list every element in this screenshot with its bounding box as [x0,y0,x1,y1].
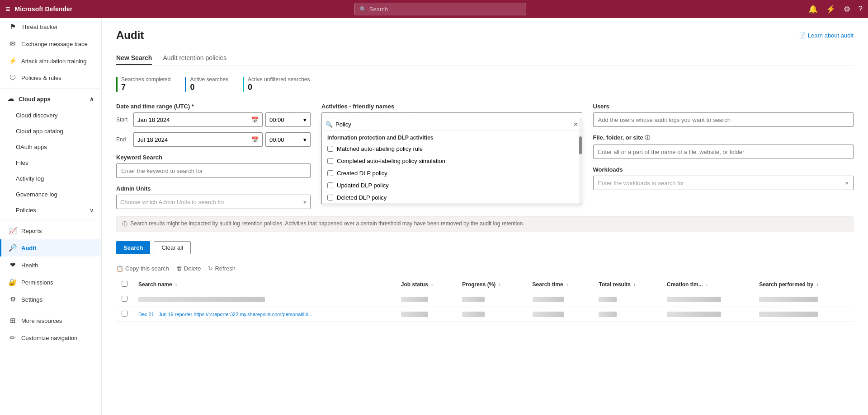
apps-icon[interactable]: ⚡ [826,5,835,14]
sidebar-item-attack-simulation[interactable]: ⚡ Attack simulation training [0,52,101,70]
clear-all-button[interactable]: Clear all [154,241,191,254]
date-range-label: Date and time range (UTC) * [116,103,311,110]
row1-checkbox[interactable] [122,296,127,302]
copy-search-button[interactable]: 📋 Copy this search [116,265,169,272]
row2-creation-time [661,307,754,322]
sidebar-item-policies-rules[interactable]: 🛡 Policies & rules [0,70,101,86]
settings-icon[interactable]: ⚙ [844,5,850,14]
info-bar-text: Search results might be impacted by audi… [130,220,524,227]
sidebar-item-settings[interactable]: ⚙ Settings [0,291,101,308]
sidebar-item-cloud-apps[interactable]: ☁ Cloud apps ∧ [0,90,101,107]
table-header-search-name[interactable]: Search name ↕ [133,277,396,292]
info-bar-icon: ⓘ [122,220,127,228]
admin-units-select[interactable]: Choose which Admin Units to search for ▾ [116,195,311,209]
end-time-picker[interactable]: 00:00 ▾ [265,132,311,147]
admin-units-chevron-icon: ▾ [303,199,307,205]
activity-checkbox-deleted-dlp[interactable] [327,195,333,201]
row1-creation-time [661,292,754,307]
sidebar-item-cloud-app-catalog[interactable]: Cloud app catalog [0,123,101,139]
refresh-button[interactable]: ↻ Refresh [208,265,236,272]
row1-time-blur [533,297,564,302]
workloads-group: Workloads Enter the workloads to search … [593,166,854,190]
file-folder-input[interactable] [593,145,854,159]
table-header-search-time[interactable]: Search time ↕ [527,277,594,292]
file-folder-label: File, folder, or site ⓘ [593,134,854,142]
row1-progress [457,292,527,307]
sidebar-item-activity-log[interactable]: Activity log [0,171,101,187]
start-time-picker[interactable]: 00:00 ▾ [265,112,311,127]
table-header-creation-time[interactable]: Creation tim... ↓ [661,277,754,292]
search-button[interactable]: Search [116,241,150,254]
sidebar-item-files[interactable]: Files [0,155,101,171]
policies-rules-icon: 🛡 [9,74,17,82]
sidebar-item-reports[interactable]: 📈 Reports [0,222,101,239]
file-folder-info-icon[interactable]: ⓘ [645,135,650,141]
activity-checkbox-updated-dlp[interactable] [327,182,333,188]
sidebar-item-exchange-message-trace[interactable]: ✉ Exchange message trace [0,35,101,52]
row2-creation-blur [667,312,721,317]
progress-sort-icon: ↕ [499,282,501,287]
row1-job-status [396,292,457,307]
row2-select[interactable] [116,307,133,322]
row2-results-blur [599,312,617,317]
sidebar-item-governance-log[interactable]: Governance log [0,187,101,202]
sidebar: ⚑ Threat tracker ✉ Exchange message trac… [0,18,102,415]
help-icon[interactable]: ? [859,5,863,14]
activity-checkbox-matched-auto-labeling[interactable] [327,146,333,152]
end-label: End [116,136,131,143]
global-search-bar[interactable]: 🔍 Search [354,3,526,15]
activity-item-updated-dlp[interactable]: Updated DLP policy [322,179,582,191]
end-time-chevron-icon: ▾ [303,136,307,143]
workloads-chevron-icon: ▾ [845,180,849,187]
sidebar-item-policies[interactable]: Policies ∨ [0,202,101,218]
sidebar-label-policies-rules: Policies & rules [21,75,61,81]
sidebar-label-cloud-discovery: Cloud discovery [16,112,58,119]
delete-button[interactable]: 🗑 Delete [176,265,201,272]
activity-item-created-dlp[interactable]: Created DLP policy [322,167,582,179]
activity-checkbox-created-dlp[interactable] [327,170,333,176]
start-time-value: 00:00 [269,117,284,123]
end-calendar-icon: 📅 [251,136,259,143]
row1-select[interactable] [116,292,133,307]
sidebar-item-customize-navigation[interactable]: ✏ Customize navigation [0,329,101,346]
row2-checkbox[interactable] [122,311,127,317]
sidebar-item-health[interactable]: ❤ Health [0,256,101,274]
hamburger-menu[interactable]: ≡ [5,5,10,14]
activity-checkbox-completed-auto-labeling[interactable] [327,158,333,164]
row2-performed-blur [759,312,818,317]
users-input[interactable] [593,112,854,127]
clear-search-icon[interactable]: ✕ [573,121,578,128]
sidebar-item-permissions[interactable]: 🔐 Permissions [0,274,101,291]
activity-item-completed-auto-labeling[interactable]: Completed auto-labeling policy simulatio… [322,155,582,167]
stat-value-unfiltered: 0 [248,83,310,92]
tab-new-search[interactable]: New Search [116,51,152,65]
tab-audit-retention-policies[interactable]: Audit retention policies [163,51,226,65]
row2-progress [457,307,527,322]
activities-search-input[interactable] [335,121,571,128]
table-row[interactable]: Dec 21 - Jun 19 reporter https://rcrepor… [116,307,854,322]
sidebar-item-threat-tracker[interactable]: ⚑ Threat tracker [0,18,101,35]
sidebar-item-more-resources[interactable]: ⊞ More resources [0,312,101,329]
sidebar-item-oauth-apps[interactable]: OAuth apps [0,139,101,155]
table-header-total-results[interactable]: Total results ↕ [593,277,661,292]
activity-item-deleted-dlp[interactable]: Deleted DLP policy [322,191,582,204]
learn-about-audit-link[interactable]: 📄 Learn about audit [799,32,854,39]
keyword-search-label: Keyword Search [116,154,311,161]
table-header-progress[interactable]: Progress (%) ↕ [457,277,527,292]
table-header-job-status[interactable]: Job status ↕ [396,277,457,292]
table-row[interactable] [116,292,854,307]
sidebar-label-files: Files [16,159,28,166]
notifications-icon[interactable]: 🔔 [808,5,818,14]
keyword-search-input[interactable] [116,163,311,178]
activity-item-matched-auto-labeling[interactable]: Matched auto-labeling policy rule [322,143,582,155]
workloads-select[interactable]: Enter the workloads to search for ▾ [593,176,854,190]
search-name-sort-icon: ↕ [175,282,177,287]
sidebar-item-audit[interactable]: 🔎 Audit [0,239,101,256]
sidebar-item-cloud-discovery[interactable]: Cloud discovery [0,107,101,123]
start-date-picker[interactable]: Jan 18 2024 📅 [133,112,263,127]
document-icon: 📄 [799,32,806,39]
table-header-search-performed-by[interactable]: Search performed by ↕ [754,277,854,292]
brand-name: Microsoft Defender [15,5,73,13]
end-date-picker[interactable]: Jul 18 2024 📅 [133,132,263,147]
select-all-checkbox[interactable] [122,281,127,287]
